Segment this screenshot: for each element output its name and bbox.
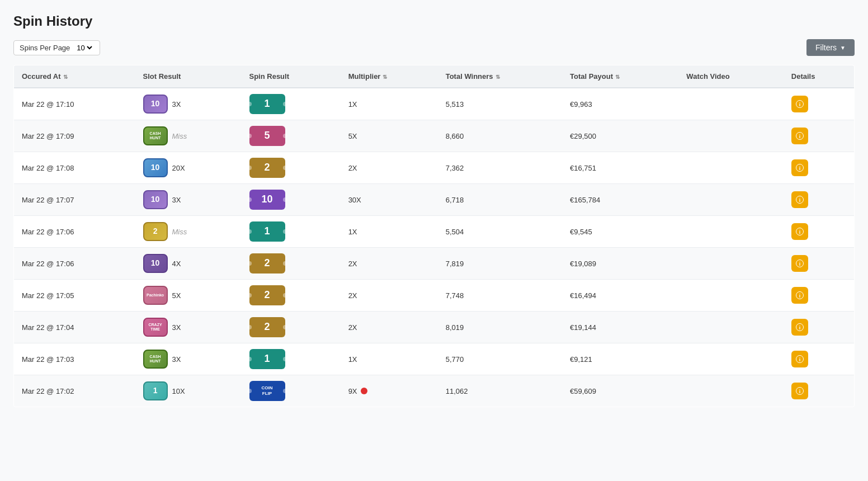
total-winners: 7,362 (438, 152, 562, 184)
details-button[interactable]: i (791, 287, 808, 304)
spin-ticket: 5 (249, 126, 285, 146)
slot-result-text: Miss (172, 132, 187, 140)
multiplier: 2X (341, 312, 438, 343)
total-winners: 8,660 (438, 120, 562, 152)
details-button[interactable]: i (791, 255, 808, 272)
spin-result: 2 (242, 152, 341, 184)
total-winners: 7,748 (438, 280, 562, 312)
svg-text:i: i (799, 102, 801, 107)
watch-video (678, 152, 783, 184)
slot-result-text: 3X (172, 100, 181, 109)
details-button[interactable]: i (791, 319, 808, 336)
col-header-spin_result: Spin Result (242, 65, 341, 88)
col-header-occurred_at[interactable]: Occured At⇅ (14, 65, 135, 88)
svg-text:i: i (799, 325, 801, 331)
multiplier-value: 2X (348, 164, 357, 172)
total-payout: €9,121 (562, 343, 678, 375)
multiplier: 2X (341, 248, 438, 280)
slot-result: CASH HUNT3X (135, 343, 242, 375)
multiplier: 5X (341, 120, 438, 152)
slot-result: 1020X (135, 152, 242, 184)
watch-video (678, 280, 783, 312)
details: i (784, 312, 855, 343)
table-row: Mar 22 @ 17:04CRAZY TIME3X22X8,019€19,14… (14, 312, 855, 343)
watch-video (678, 88, 783, 120)
svg-text:i: i (799, 261, 801, 267)
table-row: Mar 22 @ 17:09CASH HUNTMiss55X8,660€29,5… (14, 120, 855, 152)
col-header-total_payout[interactable]: Total Payout⇅ (562, 65, 678, 88)
details-button[interactable]: i (791, 159, 808, 176)
spin-result: 5 (242, 120, 341, 152)
details: i (784, 184, 855, 216)
total-payout: €9,963 (562, 88, 678, 120)
details: i (784, 248, 855, 280)
details-button[interactable]: i (791, 191, 808, 208)
multiplier: 1X (341, 88, 438, 120)
svg-text:i: i (799, 134, 801, 139)
multiplier: 1X (341, 216, 438, 248)
occurred-at: Mar 22 @ 17:03 (14, 343, 135, 375)
slot-result: 110X (135, 375, 242, 407)
total-payout: €165,784 (562, 184, 678, 216)
spin-ticket: 2 (249, 285, 285, 305)
watch-video (678, 375, 783, 407)
sort-icon-multiplier: ⇅ (383, 74, 387, 80)
svg-text:i: i (799, 293, 801, 299)
col-header-total_winners[interactable]: Total Winners⇅ (438, 65, 562, 88)
details-button[interactable]: i (791, 351, 808, 367)
svg-text:i: i (799, 229, 801, 235)
table-row: Mar 22 @ 17:02110XCOIN FLIP9X11,062€59,6… (14, 375, 855, 407)
spin-history-table: Occured At⇅Slot ResultSpin ResultMultipl… (13, 65, 855, 407)
slot-badge: Pachinko (143, 286, 168, 305)
col-header-multiplier[interactable]: Multiplier⇅ (341, 65, 438, 88)
table-row: Mar 22 @ 17:062Miss11X5,504€9,545i (14, 216, 855, 248)
multiplier: 2X (341, 152, 438, 184)
slot-result: Pachinko5X (135, 280, 242, 312)
table-header-row: Occured At⇅Slot ResultSpin ResultMultipl… (14, 65, 855, 88)
details-button[interactable]: i (791, 128, 808, 144)
details: i (784, 88, 855, 120)
total-payout: €19,144 (562, 312, 678, 343)
details: i (784, 343, 855, 375)
slot-result: CRAZY TIME3X (135, 312, 242, 343)
slot-badge: 10 (143, 190, 168, 209)
slot-result: 2Miss (135, 216, 242, 248)
total-winners: 6,718 (438, 184, 562, 216)
details-button[interactable]: i (791, 383, 808, 399)
occurred-at: Mar 22 @ 17:05 (14, 280, 135, 312)
details-button[interactable]: i (791, 223, 808, 240)
spins-per-page-control: Spins Per Page 10 25 50 (13, 40, 100, 55)
filters-button[interactable]: Filters (806, 39, 855, 56)
details-button[interactable]: i (791, 96, 808, 112)
occurred-at: Mar 22 @ 17:06 (14, 248, 135, 280)
table-row: Mar 22 @ 17:03CASH HUNT3X11X5,770€9,121i (14, 343, 855, 375)
slot-badge: CRAZY TIME (143, 318, 168, 337)
watch-video (678, 120, 783, 152)
multiplier-value: 2X (348, 323, 357, 332)
slot-result: CASH HUNTMiss (135, 120, 242, 152)
spin-result: COIN FLIP (242, 375, 341, 407)
multiplier-value: 1X (348, 100, 357, 109)
watch-video (678, 312, 783, 343)
col-header-details: Details (784, 65, 855, 88)
watch-video (678, 184, 783, 216)
table-row: Mar 22 @ 17:10103X11X5,513€9,963i (14, 88, 855, 120)
total-winners: 5,504 (438, 216, 562, 248)
multiplier-dot (361, 388, 367, 394)
total-payout: €29,500 (562, 120, 678, 152)
sort-icon-total_winners: ⇅ (496, 74, 500, 80)
slot-result-text: 3X (172, 196, 181, 204)
sort-icon-occurred_at: ⇅ (63, 74, 68, 80)
slot-badge: 10 (143, 95, 168, 114)
occurred-at: Mar 22 @ 17:10 (14, 88, 135, 120)
watch-video (678, 248, 783, 280)
slot-badge: CASH HUNT (143, 350, 168, 369)
spins-per-page-select[interactable]: 10 25 50 (74, 43, 94, 53)
multiplier: 2X (341, 280, 438, 312)
spin-ticket: 1 (249, 349, 285, 369)
spin-result: 2 (242, 248, 341, 280)
spin-ticket: 1 (249, 94, 285, 114)
svg-text:i: i (799, 357, 801, 362)
details: i (784, 375, 855, 407)
slot-result-text: 3X (172, 355, 181, 364)
